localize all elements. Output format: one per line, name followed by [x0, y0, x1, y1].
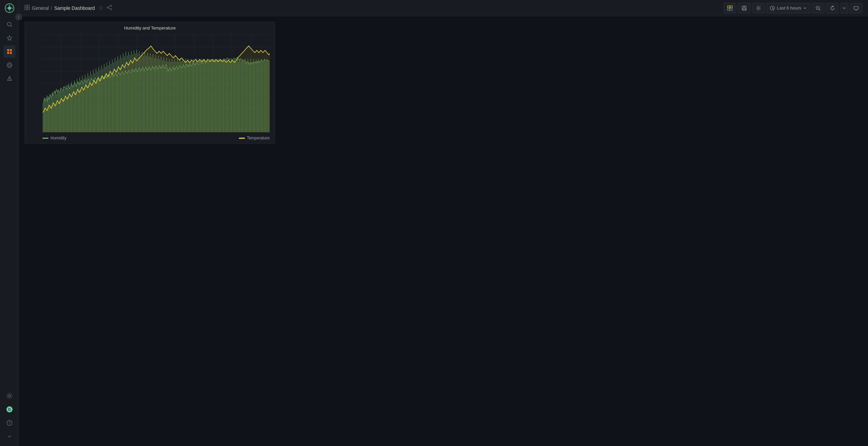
humidity-temperature-panel: Humidity and Temperature — [24, 22, 275, 144]
svg-point-3 — [9, 10, 10, 12]
sidebar-item-collapse[interactable] — [3, 430, 16, 443]
sidebar: › — [0, 0, 19, 446]
svg-point-14 — [8, 64, 11, 66]
svg-marker-8 — [7, 36, 12, 40]
legend-humidity: Humidity — [42, 136, 66, 140]
breadcrumb-section: General — [32, 5, 49, 11]
dashboard-area: Humidity and Temperature — [19, 16, 868, 446]
svg-point-5 — [12, 7, 13, 9]
star-icon[interactable]: ☆ — [98, 5, 103, 11]
legend-temperature: Temperature — [239, 136, 270, 140]
sidebar-expand-button[interactable]: › — [15, 14, 22, 20]
svg-point-4 — [6, 7, 7, 9]
panel-title: Humidity and Temperature — [25, 22, 275, 32]
svg-text:?: ? — [8, 421, 11, 425]
breadcrumb-current: Sample Dashboard — [54, 5, 95, 11]
svg-rect-40 — [743, 6, 745, 8]
sidebar-bottom: G ? — [3, 389, 16, 443]
svg-rect-36 — [730, 6, 732, 8]
chart-legend: Humidity Temperature — [25, 134, 275, 144]
humidity-legend-label: Humidity — [51, 136, 66, 140]
settings-button[interactable] — [752, 3, 765, 14]
svg-line-33 — [108, 6, 110, 7]
svg-text:G: G — [8, 408, 11, 411]
svg-rect-38 — [730, 8, 732, 11]
svg-point-1 — [8, 6, 11, 10]
sidebar-item-alerting[interactable] — [3, 73, 16, 85]
svg-point-32 — [110, 8, 112, 10]
sidebar-item-starred[interactable] — [3, 32, 16, 44]
svg-rect-26 — [25, 5, 27, 7]
sidebar-item-settings[interactable] — [3, 390, 16, 402]
breadcrumb-separator: / — [51, 5, 52, 11]
svg-rect-10 — [10, 49, 12, 51]
time-range-button[interactable]: Last 6 hours — [766, 3, 810, 14]
save-button[interactable] — [738, 3, 751, 14]
svg-rect-28 — [25, 8, 27, 10]
svg-point-31 — [107, 7, 108, 8]
svg-point-42 — [758, 7, 759, 9]
svg-line-34 — [108, 8, 110, 9]
svg-rect-35 — [728, 6, 730, 8]
zoom-out-button[interactable] — [812, 3, 825, 14]
svg-point-2 — [9, 5, 10, 6]
grid-icon — [24, 5, 30, 12]
sidebar-item-help[interactable]: ? — [3, 417, 16, 429]
sidebar-item-explore[interactable] — [3, 59, 16, 71]
time-range-label: Last 6 hours — [777, 5, 801, 11]
refresh-options-button[interactable] — [840, 3, 848, 14]
svg-rect-11 — [7, 52, 9, 54]
grafana-logo — [4, 3, 15, 14]
temperature-legend-line — [239, 138, 245, 139]
sidebar-item-profile[interactable]: G — [3, 403, 16, 415]
share-icon[interactable] — [107, 5, 112, 11]
svg-point-30 — [110, 5, 112, 6]
svg-line-45 — [772, 8, 773, 9]
svg-rect-12 — [10, 52, 12, 54]
humidity-legend-line — [42, 138, 49, 139]
svg-rect-29 — [27, 8, 30, 10]
svg-rect-37 — [728, 8, 730, 11]
topbar-actions: Last 6 hours — [724, 3, 863, 14]
svg-rect-9 — [7, 49, 9, 51]
breadcrumb: General / Sample Dashboard ☆ — [24, 5, 721, 12]
sidebar-item-search[interactable] — [3, 18, 16, 31]
svg-rect-49 — [854, 6, 858, 9]
sidebar-item-dashboards[interactable] — [3, 45, 16, 58]
chart-container: 75% 70% 65% 60% 55% 50% 45% 40% 28 °C 27… — [25, 32, 275, 134]
temperature-legend-label: Temperature — [247, 136, 270, 140]
refresh-button[interactable] — [826, 3, 839, 14]
main-content: General / Sample Dashboard ☆ — [19, 0, 868, 446]
chart-svg: 75% 70% 65% 60% 55% 50% 45% 40% 28 °C 27… — [42, 35, 270, 132]
topbar: General / Sample Dashboard ☆ — [19, 0, 868, 16]
svg-line-47 — [819, 9, 821, 10]
kiosk-button[interactable] — [850, 3, 863, 14]
svg-rect-27 — [27, 5, 30, 7]
svg-line-7 — [11, 26, 12, 27]
add-panel-button[interactable] — [724, 3, 736, 14]
svg-rect-41 — [743, 8, 746, 10]
svg-point-6 — [7, 22, 11, 26]
svg-point-20 — [9, 80, 10, 80]
svg-point-21 — [8, 395, 11, 397]
